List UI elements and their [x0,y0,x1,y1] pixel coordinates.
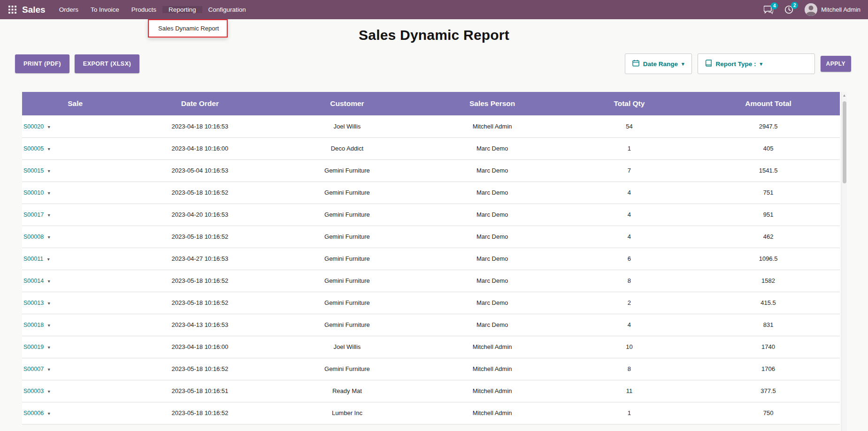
table-row: S00008 ▾ 2023-05-18 10:16:52 Gemini Furn… [22,226,840,248]
cell-total-qty: 8 [562,270,697,292]
cell-date-order: 2023-05-18 10:16:52 [128,358,271,380]
cell-sales-person: Marc Demo [423,270,562,292]
cell-sales-person: Marc Demo [423,248,562,270]
toolbar: PRINT (PDF) EXPORT (XLSX) Date Range ▾ [15,53,851,74]
apps-grid-icon[interactable] [7,0,18,19]
column-header-amount-total: Amount Total [697,92,840,115]
cell-sale: S00010 ▾ [22,181,128,204]
caret-down-icon[interactable]: ▾ [48,279,50,284]
column-header-customer: Customer [271,92,422,115]
nav-item-reporting[interactable]: Reporting [162,6,202,13]
cell-total-qty: 4 [562,204,697,226]
sale-order-link[interactable]: S00005 [23,145,44,152]
top-navbar: Sales Orders To Invoice Products Reporti… [0,0,868,19]
cell-amount-total: 1582 [697,270,840,292]
caret-down-icon[interactable]: ▾ [48,323,50,328]
caret-down-icon[interactable]: ▾ [47,257,50,262]
sales-report-table: Sale Date Order Customer Sales Person To… [22,92,840,424]
caret-down-icon[interactable]: ▾ [48,345,50,350]
activities-clock-icon[interactable]: 2 [784,5,793,14]
caret-down-icon[interactable]: ▾ [48,389,50,394]
navbar-spacer [252,0,764,19]
export-buttons: PRINT (PDF) EXPORT (XLSX) [15,54,139,73]
caret-down-icon[interactable]: ▾ [48,234,50,240]
table-row: S00011 ▾ 2023-04-27 10:16:53 Gemini Furn… [22,248,840,270]
caret-down-icon[interactable]: ▾ [48,367,50,372]
sale-order-link[interactable]: S00019 [23,344,44,350]
caret-down-icon[interactable]: ▾ [48,168,50,174]
table-row: S00020 ▾ 2023-04-18 10:16:53 Joel Willis… [22,115,840,137]
date-range-dropdown[interactable]: Date Range ▾ [625,53,692,74]
cell-sales-person: Marc Demo [423,159,562,181]
sale-order-link[interactable]: S00006 [23,410,44,416]
caret-down-icon[interactable]: ▾ [48,190,50,196]
app-brand[interactable]: Sales [22,5,46,15]
sale-order-link[interactable]: S00017 [23,212,44,218]
page-title: Sales Dynamic Report [0,27,868,43]
cell-total-qty: 11 [562,380,697,402]
table-row: S00007 ▾ 2023-05-18 10:16:52 Gemini Furn… [22,358,840,380]
user-menu[interactable]: Mitchell Admin [805,3,860,16]
sale-order-link[interactable]: S00011 [23,256,43,262]
messages-icon[interactable]: 4 [764,6,773,14]
cell-customer: Ready Mat [271,380,422,402]
table-row: S00005 ▾ 2023-04-18 10:16:00 Deco Addict… [22,137,840,159]
cell-customer: Gemini Furniture [271,248,422,270]
sale-order-link[interactable]: S00003 [23,388,44,394]
cell-total-qty: 1 [562,137,697,159]
messages-badge: 4 [771,2,778,9]
cell-customer: Gemini Furniture [271,358,422,380]
sale-order-link[interactable]: S00018 [23,322,44,328]
scroll-up-arrow-icon[interactable]: ▲ [842,93,847,98]
user-name: Mitchell Admin [821,6,860,13]
cell-sales-person: Mitchell Admin [423,380,562,402]
cell-total-qty: 6 [562,248,697,270]
sale-order-link[interactable]: S00010 [23,189,44,196]
print-pdf-button[interactable]: PRINT (PDF) [15,54,69,73]
apply-button[interactable]: APPLY [821,56,851,72]
nav-item-orders[interactable]: Orders [53,6,84,13]
cell-amount-total: 1096.5 [697,248,840,270]
cell-date-order: 2023-04-13 10:16:53 [128,314,271,336]
cell-customer: Gemini Furniture [271,226,422,248]
caret-down-icon[interactable]: ▾ [48,146,50,151]
table-row: S00014 ▾ 2023-05-18 10:16:52 Gemini Furn… [22,270,840,292]
report-type-dropdown[interactable]: Report Type : ▾ [698,53,815,74]
cell-sale: S00008 ▾ [22,226,128,248]
sale-order-link[interactable]: S00008 [23,234,44,240]
table-row: S00019 ▾ 2023-04-18 10:16:00 Joel Willis… [22,336,840,358]
caret-down-icon[interactable]: ▾ [48,212,50,218]
caret-down-icon[interactable]: ▾ [48,301,50,306]
sale-order-link[interactable]: S00015 [23,167,44,174]
cell-total-qty: 4 [562,181,697,204]
main-menu: Orders To Invoice Products Reporting Con… [53,6,252,13]
export-xlsx-button[interactable]: EXPORT (XLSX) [75,54,139,73]
caret-down-icon[interactable]: ▾ [48,124,50,129]
cell-sales-person: Mitchell Admin [423,358,562,380]
cell-customer: Lumber Inc [271,402,422,424]
scrollbar-thumb[interactable] [843,101,846,183]
cell-amount-total: 462 [697,226,840,248]
cell-sale: S00015 ▾ [22,159,128,181]
cell-sales-person: Marc Demo [423,226,562,248]
cell-customer: Gemini Furniture [271,314,422,336]
sale-order-link[interactable]: S00013 [23,300,44,306]
sale-order-link[interactable]: S00007 [23,366,44,372]
caret-down-icon[interactable]: ▾ [48,411,50,416]
nav-item-to-invoice[interactable]: To Invoice [84,6,125,13]
cell-sales-person: Mitchell Admin [423,336,562,358]
date-range-label: Date Range [643,60,678,68]
cell-date-order: 2023-05-18 10:16:52 [128,402,271,424]
cell-amount-total: 750 [697,402,840,424]
nav-item-configuration[interactable]: Configuration [202,6,252,13]
cell-sale: S00020 ▾ [22,115,128,137]
sale-order-link[interactable]: S00020 [23,123,44,130]
user-avatar [805,3,817,16]
cell-sale: S00007 ▾ [22,358,128,380]
menu-item-sales-dynamic-report[interactable]: Sales Dynamic Report [149,20,227,37]
systray: 4 2 Mitchell Admin [764,0,860,19]
cell-customer: Gemini Furniture [271,204,422,226]
nav-item-products[interactable]: Products [125,6,162,13]
sale-order-link[interactable]: S00014 [23,278,44,284]
column-header-date-order: Date Order [128,92,271,115]
